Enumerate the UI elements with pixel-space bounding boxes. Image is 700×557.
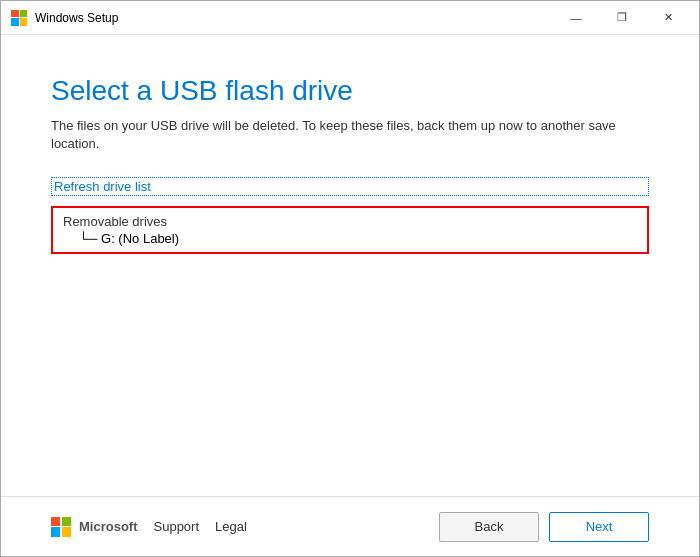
drive-list-header: Removable drives bbox=[63, 214, 637, 229]
main-content: Select a USB flash drive The files on yo… bbox=[1, 35, 699, 496]
minimize-button[interactable]: — bbox=[553, 1, 599, 35]
window-controls: — ❐ ✕ bbox=[553, 1, 691, 35]
content-spacer bbox=[51, 254, 649, 476]
setup-window: Windows Setup — ❐ ✕ Select a USB flash d… bbox=[0, 0, 700, 557]
titlebar: Windows Setup — ❐ ✕ bbox=[1, 1, 699, 35]
refresh-drive-list-link[interactable]: Refresh drive list bbox=[51, 177, 649, 196]
footer-buttons: Back Next bbox=[439, 512, 649, 542]
microsoft-logo-icon bbox=[51, 517, 71, 537]
app-icon bbox=[9, 8, 29, 28]
window-title: Windows Setup bbox=[35, 11, 553, 25]
drive-list-box: Removable drives └─ G: (No Label) bbox=[51, 206, 649, 254]
back-button[interactable]: Back bbox=[439, 512, 539, 542]
page-heading: Select a USB flash drive bbox=[51, 75, 649, 107]
footer-links: Support Legal bbox=[154, 519, 247, 534]
restore-button[interactable]: ❐ bbox=[599, 1, 645, 35]
footer-logo: Microsoft bbox=[51, 517, 138, 537]
footer: Microsoft Support Legal Back Next bbox=[1, 496, 699, 556]
close-button[interactable]: ✕ bbox=[645, 1, 691, 35]
legal-link[interactable]: Legal bbox=[215, 519, 247, 534]
drive-list-item[interactable]: └─ G: (No Label) bbox=[63, 231, 637, 246]
support-link[interactable]: Support bbox=[154, 519, 200, 534]
microsoft-brand-label: Microsoft bbox=[79, 519, 138, 534]
page-description: The files on your USB drive will be dele… bbox=[51, 117, 649, 153]
next-button[interactable]: Next bbox=[549, 512, 649, 542]
